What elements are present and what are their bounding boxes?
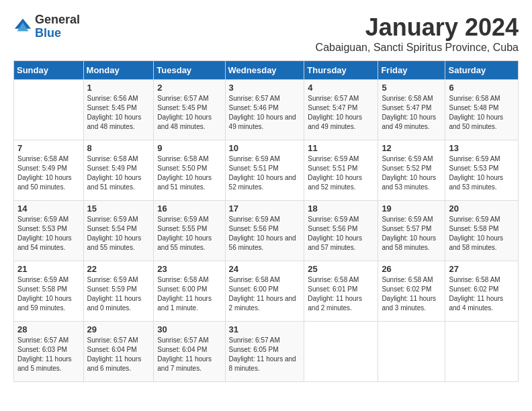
day-number: 10 [229, 143, 301, 153]
day-number: 28 [17, 324, 80, 334]
day-cell: 9Sunrise: 6:58 AMSunset: 5:50 PMDaylight… [154, 140, 225, 201]
logo-text: General Blue [35, 13, 80, 40]
day-number: 23 [157, 264, 221, 274]
day-number: 4 [308, 83, 374, 93]
column-header-thursday: Thursday [304, 61, 378, 80]
day-cell: 11Sunrise: 6:59 AMSunset: 5:51 PMDayligh… [304, 140, 378, 201]
day-number: 31 [229, 324, 301, 334]
day-cell: 24Sunrise: 6:58 AMSunset: 6:00 PMDayligh… [225, 261, 304, 322]
day-info: Sunrise: 6:59 AMSunset: 5:58 PMDaylight:… [449, 215, 515, 253]
day-cell: 19Sunrise: 6:59 AMSunset: 5:57 PMDayligh… [378, 201, 445, 261]
day-info: Sunrise: 6:58 AMSunset: 6:00 PMDaylight:… [157, 275, 221, 313]
day-info: Sunrise: 6:58 AMSunset: 6:02 PMDaylight:… [382, 275, 441, 313]
day-info: Sunrise: 6:58 AMSunset: 6:02 PMDaylight:… [449, 275, 515, 313]
day-cell [378, 322, 445, 382]
day-cell: 10Sunrise: 6:59 AMSunset: 5:51 PMDayligh… [225, 140, 304, 201]
day-cell: 28Sunrise: 6:57 AMSunset: 6:03 PMDayligh… [14, 322, 84, 382]
day-info: Sunrise: 6:57 AMSunset: 5:45 PMDaylight:… [157, 94, 221, 132]
day-number: 29 [87, 324, 150, 334]
day-cell: 15Sunrise: 6:59 AMSunset: 5:54 PMDayligh… [83, 201, 154, 261]
day-info: Sunrise: 6:59 AMSunset: 5:52 PMDaylight:… [382, 154, 441, 192]
header-row: SundayMondayTuesdayWednesdayThursdayFrid… [14, 61, 519, 80]
day-info: Sunrise: 6:57 AMSunset: 6:04 PMDaylight:… [87, 336, 150, 373]
week-row-1: 1Sunrise: 6:56 AMSunset: 5:45 PMDaylight… [14, 80, 519, 140]
day-number: 24 [229, 264, 301, 274]
day-number: 7 [17, 143, 80, 153]
day-info: Sunrise: 6:57 AMSunset: 6:04 PMDaylight:… [157, 336, 221, 373]
day-info: Sunrise: 6:59 AMSunset: 5:54 PMDaylight:… [87, 215, 150, 253]
day-cell [304, 322, 378, 382]
day-info: Sunrise: 6:57 AMSunset: 6:05 PMDaylight:… [229, 336, 301, 373]
day-info: Sunrise: 6:59 AMSunset: 5:56 PMDaylight:… [229, 215, 301, 253]
calendar-title: January 2024 [316, 13, 519, 42]
column-header-tuesday: Tuesday [154, 61, 225, 80]
day-cell: 16Sunrise: 6:59 AMSunset: 5:55 PMDayligh… [154, 201, 225, 261]
day-number: 20 [449, 203, 515, 214]
day-info: Sunrise: 6:58 AMSunset: 6:01 PMDaylight:… [308, 275, 374, 313]
day-cell [14, 80, 84, 140]
day-cell: 5Sunrise: 6:58 AMSunset: 5:47 PMDaylight… [378, 80, 445, 140]
day-cell: 27Sunrise: 6:58 AMSunset: 6:02 PMDayligh… [445, 261, 519, 322]
day-info: Sunrise: 6:59 AMSunset: 5:57 PMDaylight:… [382, 215, 441, 253]
day-info: Sunrise: 6:58 AMSunset: 5:47 PMDaylight:… [382, 94, 441, 132]
day-number: 25 [308, 264, 374, 274]
day-cell: 8Sunrise: 6:58 AMSunset: 5:49 PMDaylight… [83, 140, 154, 201]
day-cell: 6Sunrise: 6:58 AMSunset: 5:48 PMDaylight… [445, 80, 519, 140]
column-header-sunday: Sunday [14, 61, 84, 80]
day-number: 5 [382, 83, 441, 93]
day-cell: 13Sunrise: 6:59 AMSunset: 5:53 PMDayligh… [445, 140, 519, 201]
title-section: January 2024 Cabaiguan, Sancti Spiritus … [316, 13, 519, 54]
day-number: 18 [308, 203, 374, 214]
day-number: 13 [449, 143, 515, 153]
week-row-3: 14Sunrise: 6:59 AMSunset: 5:53 PMDayligh… [14, 201, 519, 261]
day-info: Sunrise: 6:58 AMSunset: 5:48 PMDaylight:… [449, 94, 515, 132]
day-cell: 30Sunrise: 6:57 AMSunset: 6:04 PMDayligh… [154, 322, 225, 382]
column-header-saturday: Saturday [445, 61, 519, 80]
day-info: Sunrise: 6:59 AMSunset: 5:51 PMDaylight:… [229, 154, 301, 192]
day-cell: 7Sunrise: 6:58 AMSunset: 5:49 PMDaylight… [14, 140, 84, 201]
day-info: Sunrise: 6:59 AMSunset: 5:53 PMDaylight:… [17, 215, 80, 253]
logo-icon [13, 17, 32, 36]
day-info: Sunrise: 6:59 AMSunset: 5:53 PMDaylight:… [449, 154, 515, 192]
day-info: Sunrise: 6:58 AMSunset: 5:49 PMDaylight:… [87, 154, 150, 192]
day-info: Sunrise: 6:59 AMSunset: 5:56 PMDaylight:… [308, 215, 374, 253]
day-number: 19 [382, 203, 441, 214]
day-number: 14 [17, 203, 80, 214]
day-cell [445, 322, 519, 382]
day-number: 2 [157, 83, 221, 93]
day-number: 16 [157, 203, 221, 214]
column-header-wednesday: Wednesday [225, 61, 304, 80]
day-cell: 1Sunrise: 6:56 AMSunset: 5:45 PMDaylight… [83, 80, 154, 140]
day-info: Sunrise: 6:58 AMSunset: 5:50 PMDaylight:… [157, 154, 221, 192]
calendar-subtitle: Cabaiguan, Sancti Spiritus Province, Cub… [316, 42, 519, 54]
day-cell: 29Sunrise: 6:57 AMSunset: 6:04 PMDayligh… [83, 322, 154, 382]
day-info: Sunrise: 6:57 AMSunset: 6:03 PMDaylight:… [17, 336, 80, 373]
day-cell: 22Sunrise: 6:59 AMSunset: 5:59 PMDayligh… [83, 261, 154, 322]
day-number: 15 [87, 203, 150, 214]
day-number: 21 [17, 264, 80, 274]
day-cell: 20Sunrise: 6:59 AMSunset: 5:58 PMDayligh… [445, 201, 519, 261]
header: General Blue January 2024 Cabaiguan, San… [13, 13, 519, 54]
day-cell: 23Sunrise: 6:58 AMSunset: 6:00 PMDayligh… [154, 261, 225, 322]
day-cell: 12Sunrise: 6:59 AMSunset: 5:52 PMDayligh… [378, 140, 445, 201]
day-number: 22 [87, 264, 150, 274]
logo-general: General [35, 13, 80, 26]
day-number: 30 [157, 324, 221, 334]
day-info: Sunrise: 6:59 AMSunset: 5:59 PMDaylight:… [87, 275, 150, 313]
day-info: Sunrise: 6:57 AMSunset: 5:47 PMDaylight:… [308, 94, 374, 132]
day-info: Sunrise: 6:57 AMSunset: 5:46 PMDaylight:… [229, 94, 301, 132]
day-cell: 25Sunrise: 6:58 AMSunset: 6:01 PMDayligh… [304, 261, 378, 322]
logo: General Blue [13, 13, 80, 40]
day-number: 11 [308, 143, 374, 153]
day-cell: 18Sunrise: 6:59 AMSunset: 5:56 PMDayligh… [304, 201, 378, 261]
day-number: 9 [157, 143, 221, 153]
day-cell: 31Sunrise: 6:57 AMSunset: 6:05 PMDayligh… [225, 322, 304, 382]
day-number: 12 [382, 143, 441, 153]
calendar-table: SundayMondayTuesdayWednesdayThursdayFrid… [13, 60, 519, 382]
day-number: 6 [449, 83, 515, 93]
day-cell: 14Sunrise: 6:59 AMSunset: 5:53 PMDayligh… [14, 201, 84, 261]
column-header-monday: Monday [83, 61, 154, 80]
week-row-4: 21Sunrise: 6:59 AMSunset: 5:58 PMDayligh… [14, 261, 519, 322]
day-number: 27 [449, 264, 515, 274]
day-cell: 21Sunrise: 6:59 AMSunset: 5:58 PMDayligh… [14, 261, 84, 322]
